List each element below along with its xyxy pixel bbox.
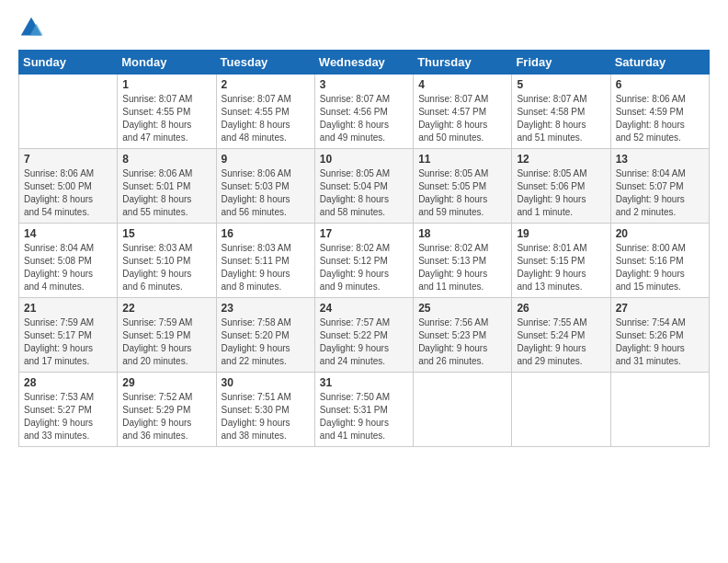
day-info: Sunrise: 7:51 AM Sunset: 5:30 PM Dayligh… xyxy=(222,391,310,442)
week-row-2: 7Sunrise: 8:06 AM Sunset: 5:00 PM Daylig… xyxy=(19,149,710,224)
day-info: Sunrise: 7:50 AM Sunset: 5:31 PM Dayligh… xyxy=(320,391,408,442)
calendar-cell: 6Sunrise: 8:06 AM Sunset: 4:59 PM Daylig… xyxy=(610,75,709,149)
day-info: Sunrise: 8:04 AM Sunset: 5:08 PM Dayligh… xyxy=(24,242,112,293)
day-number: 9 xyxy=(222,153,310,166)
calendar-cell: 20Sunrise: 8:00 AM Sunset: 5:16 PM Dayli… xyxy=(610,224,709,298)
day-info: Sunrise: 8:07 AM Sunset: 4:58 PM Dayligh… xyxy=(517,93,605,144)
calendar-cell: 7Sunrise: 8:06 AM Sunset: 5:00 PM Daylig… xyxy=(19,149,118,224)
day-info: Sunrise: 7:59 AM Sunset: 5:17 PM Dayligh… xyxy=(24,316,112,368)
weekday-header-sunday: Sunday xyxy=(19,51,118,75)
calendar-cell: 19Sunrise: 8:01 AM Sunset: 5:15 PM Dayli… xyxy=(512,224,610,298)
day-number: 2 xyxy=(222,78,310,91)
week-row-3: 14Sunrise: 8:04 AM Sunset: 5:08 PM Dayli… xyxy=(19,224,710,298)
weekday-header-saturday: Saturday xyxy=(610,51,709,75)
day-info: Sunrise: 8:03 AM Sunset: 5:11 PM Dayligh… xyxy=(222,242,310,293)
day-info: Sunrise: 7:55 AM Sunset: 5:24 PM Dayligh… xyxy=(517,316,605,368)
day-number: 22 xyxy=(122,302,210,315)
week-row-1: 1Sunrise: 8:07 AM Sunset: 4:55 PM Daylig… xyxy=(19,75,710,149)
calendar-cell: 10Sunrise: 8:05 AM Sunset: 5:04 PM Dayli… xyxy=(314,149,413,224)
weekday-header-wednesday: Wednesday xyxy=(314,51,413,75)
day-info: Sunrise: 8:07 AM Sunset: 4:55 PM Dayligh… xyxy=(122,93,210,144)
calendar-cell: 31Sunrise: 7:50 AM Sunset: 5:31 PM Dayli… xyxy=(314,373,413,447)
day-number: 18 xyxy=(418,227,506,240)
day-info: Sunrise: 8:07 AM Sunset: 4:57 PM Dayligh… xyxy=(418,93,506,144)
day-number: 6 xyxy=(616,78,704,91)
day-info: Sunrise: 7:58 AM Sunset: 5:20 PM Dayligh… xyxy=(222,316,310,368)
calendar-cell: 12Sunrise: 8:05 AM Sunset: 5:06 PM Dayli… xyxy=(512,149,610,224)
day-number: 12 xyxy=(517,153,605,166)
day-info: Sunrise: 8:00 AM Sunset: 5:16 PM Dayligh… xyxy=(616,242,704,293)
day-number: 16 xyxy=(222,227,310,240)
calendar-cell: 27Sunrise: 7:54 AM Sunset: 5:26 PM Dayli… xyxy=(610,298,709,373)
calendar-cell: 29Sunrise: 7:52 AM Sunset: 5:29 PM Dayli… xyxy=(118,373,216,447)
calendar-cell: 15Sunrise: 8:03 AM Sunset: 5:10 PM Dayli… xyxy=(118,224,216,298)
calendar-cell xyxy=(414,373,512,447)
day-info: Sunrise: 8:04 AM Sunset: 5:07 PM Dayligh… xyxy=(616,167,704,219)
day-number: 20 xyxy=(616,227,704,240)
weekday-header-thursday: Thursday xyxy=(414,51,512,75)
calendar-cell: 9Sunrise: 8:06 AM Sunset: 5:03 PM Daylig… xyxy=(216,149,314,224)
day-number: 3 xyxy=(320,78,408,91)
day-number: 8 xyxy=(122,153,210,166)
day-number: 25 xyxy=(418,302,506,315)
day-number: 17 xyxy=(320,227,408,240)
day-number: 5 xyxy=(517,78,605,91)
calendar-cell: 18Sunrise: 8:02 AM Sunset: 5:13 PM Dayli… xyxy=(414,224,512,298)
day-number: 27 xyxy=(616,302,704,315)
day-info: Sunrise: 8:07 AM Sunset: 4:56 PM Dayligh… xyxy=(320,93,408,144)
day-number: 19 xyxy=(517,227,605,240)
calendar-cell: 24Sunrise: 7:57 AM Sunset: 5:22 PM Dayli… xyxy=(314,298,413,373)
week-row-5: 28Sunrise: 7:53 AM Sunset: 5:27 PM Dayli… xyxy=(19,373,710,447)
day-info: Sunrise: 7:56 AM Sunset: 5:23 PM Dayligh… xyxy=(418,316,506,368)
weekday-header-tuesday: Tuesday xyxy=(216,51,314,75)
day-number: 10 xyxy=(320,153,408,166)
calendar-cell: 28Sunrise: 7:53 AM Sunset: 5:27 PM Dayli… xyxy=(19,373,118,447)
day-info: Sunrise: 7:53 AM Sunset: 5:27 PM Dayligh… xyxy=(24,391,112,442)
day-info: Sunrise: 8:05 AM Sunset: 5:05 PM Dayligh… xyxy=(418,167,506,219)
day-number: 21 xyxy=(24,302,112,315)
calendar-cell: 5Sunrise: 8:07 AM Sunset: 4:58 PM Daylig… xyxy=(512,75,610,149)
page: SundayMondayTuesdayWednesdayThursdayFrid… xyxy=(0,0,728,563)
calendar-cell: 23Sunrise: 7:58 AM Sunset: 5:20 PM Dayli… xyxy=(216,298,314,373)
day-info: Sunrise: 8:06 AM Sunset: 5:00 PM Dayligh… xyxy=(24,167,112,219)
calendar-cell: 25Sunrise: 7:56 AM Sunset: 5:23 PM Dayli… xyxy=(414,298,512,373)
logo-icon xyxy=(18,15,44,40)
day-number: 26 xyxy=(517,302,605,315)
calendar-cell: 13Sunrise: 8:04 AM Sunset: 5:07 PM Dayli… xyxy=(610,149,709,224)
day-info: Sunrise: 8:02 AM Sunset: 5:12 PM Dayligh… xyxy=(320,242,408,293)
calendar-cell: 22Sunrise: 7:59 AM Sunset: 5:19 PM Dayli… xyxy=(118,298,216,373)
day-number: 14 xyxy=(24,227,112,240)
calendar-cell: 26Sunrise: 7:55 AM Sunset: 5:24 PM Dayli… xyxy=(512,298,610,373)
day-info: Sunrise: 8:06 AM Sunset: 4:59 PM Dayligh… xyxy=(616,93,704,144)
day-number: 7 xyxy=(24,153,112,166)
day-info: Sunrise: 8:02 AM Sunset: 5:13 PM Dayligh… xyxy=(418,242,506,293)
day-number: 29 xyxy=(122,376,210,389)
day-number: 23 xyxy=(222,302,310,315)
day-number: 31 xyxy=(320,376,408,389)
calendar-cell: 4Sunrise: 8:07 AM Sunset: 4:57 PM Daylig… xyxy=(414,75,512,149)
day-number: 24 xyxy=(320,302,408,315)
day-number: 4 xyxy=(418,78,506,91)
day-info: Sunrise: 8:07 AM Sunset: 4:55 PM Dayligh… xyxy=(222,93,310,144)
header xyxy=(18,15,710,40)
calendar-table: SundayMondayTuesdayWednesdayThursdayFrid… xyxy=(18,50,710,447)
day-info: Sunrise: 8:06 AM Sunset: 5:01 PM Dayligh… xyxy=(122,167,210,219)
day-number: 1 xyxy=(122,78,210,91)
day-number: 13 xyxy=(616,153,704,166)
calendar-cell xyxy=(512,373,610,447)
weekday-header-row: SundayMondayTuesdayWednesdayThursdayFrid… xyxy=(19,51,710,75)
calendar-cell xyxy=(610,373,709,447)
day-info: Sunrise: 7:52 AM Sunset: 5:29 PM Dayligh… xyxy=(122,391,210,442)
weekday-header-monday: Monday xyxy=(118,51,216,75)
day-info: Sunrise: 8:05 AM Sunset: 5:06 PM Dayligh… xyxy=(517,167,605,219)
calendar-cell: 14Sunrise: 8:04 AM Sunset: 5:08 PM Dayli… xyxy=(19,224,118,298)
calendar-cell: 8Sunrise: 8:06 AM Sunset: 5:01 PM Daylig… xyxy=(118,149,216,224)
day-number: 15 xyxy=(122,227,210,240)
day-info: Sunrise: 7:59 AM Sunset: 5:19 PM Dayligh… xyxy=(122,316,210,368)
day-info: Sunrise: 8:06 AM Sunset: 5:03 PM Dayligh… xyxy=(222,167,310,219)
calendar-cell: 30Sunrise: 7:51 AM Sunset: 5:30 PM Dayli… xyxy=(216,373,314,447)
weekday-header-friday: Friday xyxy=(512,51,610,75)
calendar-cell: 3Sunrise: 8:07 AM Sunset: 4:56 PM Daylig… xyxy=(314,75,413,149)
day-info: Sunrise: 8:05 AM Sunset: 5:04 PM Dayligh… xyxy=(320,167,408,219)
logo xyxy=(18,15,48,40)
